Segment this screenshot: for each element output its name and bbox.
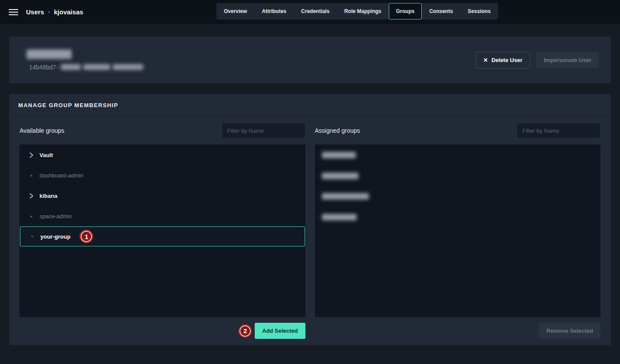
bullet-icon <box>29 216 34 217</box>
available-groups-filter-input[interactable] <box>222 123 305 138</box>
tab-groups[interactable]: Groups <box>389 3 422 20</box>
available-groups-title: Available groups <box>20 127 64 134</box>
tab-overview[interactable]: Overview <box>217 3 254 20</box>
menu-icon[interactable] <box>9 7 18 17</box>
remove-selected-button[interactable]: Remove Selected <box>539 323 600 339</box>
breadcrumb-separator-icon: • <box>48 9 50 15</box>
add-selected-button[interactable]: Add Selected <box>255 323 305 339</box>
annotation-step-2-badge: 2 <box>239 325 251 337</box>
bullet-icon <box>30 236 35 237</box>
tab-sessions[interactable]: Sessions <box>460 3 498 20</box>
redacted-user-name <box>26 49 72 59</box>
group-membership-panel: MANAGE GROUP MEMBERSHIP Available groups… <box>9 94 611 345</box>
group-item-space-admin[interactable]: space-admin <box>20 206 305 226</box>
available-groups-list: Vault dashboard-admin kibana <box>20 144 305 317</box>
redacted-group-item[interactable] <box>315 186 601 207</box>
group-item-label: space-admin <box>39 213 72 220</box>
group-item-label: your-group <box>40 233 70 240</box>
tab-role-mappings[interactable]: Role Mappings <box>337 3 388 20</box>
group-item-your-group[interactable]: your-group 1 <box>20 226 305 246</box>
redacted-group-item[interactable] <box>315 207 601 228</box>
tab-bar: Overview Attributes Credentials Role Map… <box>217 3 498 20</box>
assigned-groups-filter-input[interactable] <box>517 123 600 138</box>
bullet-icon <box>29 175 34 177</box>
delete-user-button[interactable]: ✕ Delete User <box>476 52 530 69</box>
chevron-right-icon <box>29 193 34 199</box>
user-id: 14b48bd7- <box>29 64 143 71</box>
impersonate-user-button[interactable]: Impersonate User <box>536 52 599 68</box>
user-actions: ✕ Delete User Impersonate User <box>476 52 599 69</box>
group-item-vault[interactable]: Vault <box>20 145 305 165</box>
delete-user-label: Delete User <box>492 57 523 63</box>
redacted-group-item[interactable] <box>315 166 601 187</box>
tab-attributes[interactable]: Attributes <box>254 3 294 20</box>
close-icon: ✕ <box>483 57 488 63</box>
user-summary-card: 14b48bd7- ✕ Delete User Impersonate User <box>9 36 611 83</box>
redacted-user-id-part <box>83 64 110 70</box>
group-item-dashboard-admin[interactable]: dashboard-admin <box>20 165 305 186</box>
group-item-label: dashboard-admin <box>39 172 83 179</box>
group-item-label: Vault <box>39 152 53 158</box>
chevron-right-icon <box>29 152 34 158</box>
page: Users • kjovaisas Overview Attributes Cr… <box>0 0 620 364</box>
panel-title: MANAGE GROUP MEMBERSHIP <box>9 94 611 116</box>
available-groups-column: Available groups Vault dashboard-adm <box>20 116 305 345</box>
group-item-label: kibana <box>39 193 57 199</box>
topbar: Users • kjovaisas Overview Attributes Cr… <box>0 0 620 24</box>
tab-consents[interactable]: Consents <box>422 3 460 20</box>
tab-credentials[interactable]: Credentials <box>294 3 337 20</box>
breadcrumb-section[interactable]: Users <box>26 8 44 16</box>
group-item-kibana[interactable]: kibana <box>20 186 305 206</box>
redacted-group-item[interactable] <box>315 145 601 166</box>
redacted-user-id-part <box>61 64 81 70</box>
redacted-user-id-part <box>113 64 143 70</box>
assigned-groups-title: Assigned groups <box>315 127 360 134</box>
annotation-step-1-badge: 1 <box>81 231 92 242</box>
user-identity: 14b48bd7- <box>21 49 143 71</box>
user-id-prefix: 14b48bd7- <box>29 64 58 71</box>
assigned-groups-list <box>315 144 601 317</box>
assigned-groups-column: Assigned groups Remove Selected <box>315 116 601 345</box>
breadcrumb-user: kjovaisas <box>54 8 83 16</box>
breadcrumb: Users • kjovaisas <box>26 8 83 16</box>
